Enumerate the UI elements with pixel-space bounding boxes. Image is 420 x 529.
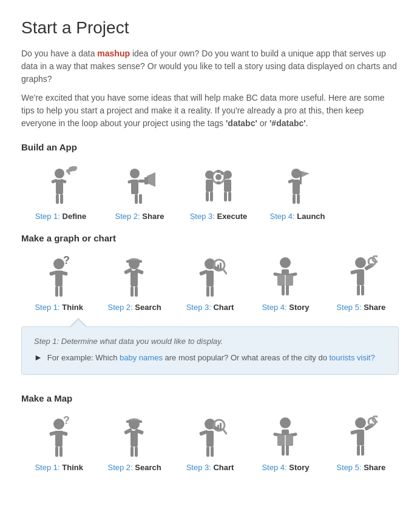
svg-rect-60: [211, 286, 214, 297]
tourists-visit-link[interactable]: tourists visit?: [329, 353, 374, 362]
launch-icon: [276, 164, 319, 207]
chart-step-1[interactable]: ? Step 1: Think: [21, 255, 97, 312]
svg-point-66: [280, 257, 291, 268]
map-step-3-label: Step 3: Chart: [186, 463, 234, 472]
chart-section: Make a graph or chart ? Step 1: T: [21, 233, 399, 375]
map-step-2-label: Step 2: Search: [108, 463, 161, 472]
svg-rect-93: [130, 446, 134, 457]
chart-step1-tooltip: Step 1: Determine what data you would li…: [21, 318, 399, 375]
build-app-section: Build an App: [21, 142, 399, 221]
svg-rect-30: [206, 192, 209, 201]
svg-line-103: [223, 429, 226, 434]
app-step-3-label: Step 3: Execute: [190, 212, 248, 221]
svg-rect-17: [139, 194, 142, 204]
svg-rect-54: [126, 260, 142, 263]
story-icon: [264, 255, 307, 298]
intro-paragraph-1: Do you have a data mashup idea of your o…: [21, 47, 399, 86]
svg-point-74: [355, 257, 366, 268]
search-icon-chart: [113, 255, 156, 298]
svg-rect-40: [297, 194, 300, 204]
tooltip-arrow: [70, 318, 87, 326]
svg-rect-81: [361, 285, 364, 295]
svg-rect-113: [282, 445, 285, 456]
map-step-1-label: Step 1: Think: [35, 463, 83, 472]
map-step-4-label: Step 4: Story: [262, 463, 309, 472]
svg-rect-104: [215, 426, 217, 430]
map-story-icon: [264, 416, 307, 458]
svg-rect-4: [56, 194, 59, 204]
svg-point-23: [215, 174, 222, 180]
svg-rect-16: [135, 194, 138, 204]
svg-rect-45: [55, 286, 58, 297]
svg-rect-32: [224, 192, 227, 201]
svg-rect-39: [293, 194, 296, 204]
svg-rect-63: [215, 266, 217, 270]
svg-rect-26: [210, 175, 213, 179]
svg-rect-122: [361, 445, 364, 456]
chart-step-5[interactable]: Step 5: Share: [323, 255, 399, 312]
map-steps: ? Step 1: Think: [21, 416, 399, 472]
svg-rect-19: [206, 180, 213, 192]
app-step-1: Step 1: Define: [21, 164, 100, 221]
svg-rect-46: [59, 286, 63, 297]
svg-rect-15: [144, 177, 148, 184]
chart-step-5-label: Step 5: Share: [336, 303, 385, 312]
svg-rect-116: [357, 430, 364, 445]
chart-steps: ? Step 1: Think: [21, 255, 399, 312]
svg-point-0: [55, 169, 64, 178]
svg-text:?: ?: [63, 416, 70, 426]
map-step-3[interactable]: Step 3: Chart: [172, 416, 248, 472]
app-step-2: Step 2: Share: [100, 164, 179, 221]
map-step-1[interactable]: ? Step 1: Think: [21, 416, 97, 472]
svg-marker-38: [302, 171, 310, 177]
map-step-2[interactable]: Step 2: Search: [97, 416, 172, 472]
svg-rect-53: [135, 286, 138, 297]
chart-step-4[interactable]: Step 4: Story: [248, 255, 323, 312]
svg-rect-65: [220, 263, 222, 270]
svg-point-107: [280, 417, 291, 428]
svg-rect-80: [357, 285, 360, 295]
svg-rect-59: [206, 286, 209, 297]
map-step-4[interactable]: Step 4: Story: [248, 416, 323, 472]
chart-step-2[interactable]: Step 2: Search: [97, 255, 172, 312]
svg-rect-105: [217, 425, 219, 430]
map-section-title: Make a Map: [21, 393, 399, 403]
map-share-icon: [340, 416, 382, 458]
svg-rect-24: [217, 170, 220, 173]
app-step-4-label: Step 4: Launch: [269, 212, 325, 221]
map-chart-icon: [189, 416, 231, 458]
svg-marker-14: [147, 172, 155, 187]
chart-icon: [189, 255, 231, 298]
svg-rect-25: [217, 181, 220, 184]
svg-rect-87: [59, 446, 63, 457]
app-step-3: Step 3: Execute: [179, 164, 258, 221]
svg-rect-5: [60, 194, 63, 204]
svg-rect-75: [357, 269, 364, 285]
share-icon-chart: [340, 255, 382, 298]
svg-point-9: [68, 172, 70, 175]
svg-rect-101: [211, 446, 214, 457]
svg-rect-95: [126, 420, 142, 423]
app-step-4: Step 4: Launch: [258, 164, 337, 221]
chart-step-3[interactable]: Step 3: Chart: [172, 255, 248, 312]
map-step-5[interactable]: Step 5: Share: [323, 416, 399, 472]
chart-step-2-label: Step 2: Search: [108, 303, 161, 312]
svg-rect-86: [55, 446, 58, 457]
tooltip-content: ► For example: Which baby names are most…: [34, 352, 386, 365]
svg-rect-72: [282, 285, 285, 295]
svg-point-10: [130, 169, 140, 178]
chart-step-1-label: Step 1: Think: [35, 303, 83, 312]
tooltip-box: Step 1: Determine what data you would li…: [21, 326, 399, 375]
chart-section-title: Make a graph or chart: [21, 233, 399, 243]
tooltip-step-label: Step 1: Determine what data you would li…: [34, 337, 386, 346]
svg-rect-121: [357, 445, 360, 456]
share-icon-app: [118, 164, 161, 207]
map-section: Make a Map ? Step 1: Think: [21, 393, 399, 472]
svg-rect-27: [224, 175, 227, 179]
svg-rect-106: [220, 423, 222, 430]
tooltip-bullet: ►: [34, 352, 42, 362]
execute-icon: [197, 164, 240, 207]
app-step-1-label: Step 1: Define: [35, 212, 87, 221]
svg-rect-21: [224, 180, 231, 192]
baby-names-link[interactable]: baby names: [120, 353, 163, 362]
